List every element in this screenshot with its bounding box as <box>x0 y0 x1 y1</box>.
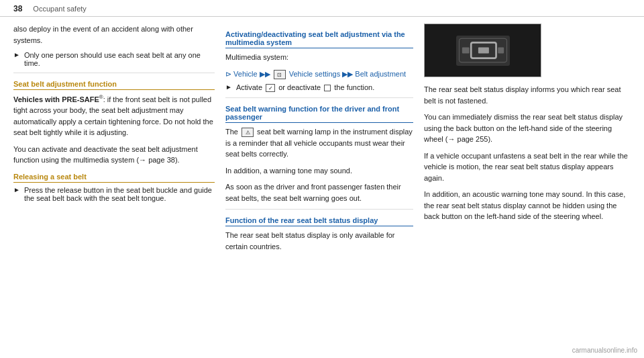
path-settings-icon: ⊡ <box>274 70 286 79</box>
activate-bullet: ► Activate ✓ or deactivate the function. <box>225 83 413 92</box>
bullet-arrow-2: ► <box>13 186 20 193</box>
page-header: 38 Occupant safety <box>0 0 644 17</box>
svg-rect-4 <box>498 48 504 54</box>
activate-deactivate-text: You can activate and deactivate the seat… <box>13 144 215 166</box>
warning-pre: The <box>225 128 238 136</box>
watermark: carmanualsonline.info <box>572 347 637 354</box>
multimedia-path: ⊳ Vehicle ▶▶ ⊡ Vehicle settings ▶▶ Belt … <box>225 69 413 81</box>
rear-display-text: The rear seat belt status display is onl… <box>225 230 413 252</box>
path-double-arrow2: ▶▶ <box>342 70 355 78</box>
page-number: 38 <box>13 4 22 13</box>
the-function: the function. <box>334 83 374 91</box>
activating-heading: Activating/deactivating seat belt adjust… <box>225 30 413 48</box>
releasing-heading: Releasing a seat belt <box>13 173 215 183</box>
buckle-svg <box>456 34 510 67</box>
right-column: The rear seat belt status display inform… <box>424 24 631 348</box>
releasing-bullet-item: ► Press the release button in the seat b… <box>13 186 215 202</box>
seat-belt-warning-heading: Seat belt warning function for the drive… <box>225 105 413 123</box>
bullet-arrow-3: ► <box>225 83 232 91</box>
seat-belt-image <box>424 24 541 77</box>
warning-lamp-icon: ⚠ <box>241 128 254 137</box>
divider-2 <box>225 97 413 98</box>
path-double-arrow1: ▶▶ <box>260 70 272 78</box>
bullet-item-1: ► Only one person should use each seat b… <box>13 51 215 67</box>
checkbox-empty-icon <box>324 85 331 91</box>
pre-safe-label: Vehicles with PRE-SAFE <box>13 95 99 103</box>
svg-rect-3 <box>462 48 469 54</box>
right-para1: The rear seat belt status display inform… <box>424 84 631 106</box>
bullet-arrow-1: ► <box>13 51 20 58</box>
path-vehicle: Vehicle <box>233 70 257 78</box>
right-para3: If a vehicle occupant unfastens a seat b… <box>424 150 631 184</box>
pre-safe-text-block: Vehicles with PRE-SAFE®: if the front se… <box>13 93 215 138</box>
rear-display-heading-text: Function of the rear seat belt status di… <box>225 216 378 224</box>
multimedia-label-block: Multimedia system: <box>225 52 413 63</box>
warning-goes-out-text: As soon as the driver and front passenge… <box>225 181 413 204</box>
right-para2: You can immediately dismiss the rear sea… <box>424 111 631 145</box>
rear-display-heading: Function of the rear seat belt status di… <box>225 216 413 226</box>
right-para4: In addition, an acoustic warning tone ma… <box>424 189 631 222</box>
releasing-bullet-text: Press the release button in the seat bel… <box>24 186 215 202</box>
mid-column: Activating/deactivating seat belt adjust… <box>225 24 413 348</box>
divider-3 <box>225 209 413 210</box>
seat-belt-adjustment-heading: Seat belt adjustment function <box>13 80 215 90</box>
seat-belt-warning-heading-text: Seat belt warning function for the drive… <box>225 105 399 121</box>
svg-rect-2 <box>478 48 488 54</box>
content-area: also deploy in the event of an accident … <box>0 17 644 355</box>
path-vehicle-settings: Vehicle settings <box>289 70 340 78</box>
page-header-title: Occupant safety <box>33 5 87 13</box>
activating-heading-text: Activating/deactivating seat belt adjust… <box>225 30 405 46</box>
warning-tone-text: In addition, a warning tone may sound. <box>225 165 413 177</box>
warning-lamp-text: The ⚠ seat belt warning lamp in the inst… <box>225 126 413 160</box>
activate-text: Activate ✓ or deactivate the function. <box>236 83 374 92</box>
or-deactivate: or deactivate <box>278 83 321 91</box>
path-belt: Belt adjustment <box>355 70 406 78</box>
intro-text: also deploy in the event of an accident … <box>13 24 215 46</box>
bullet-text-1: Only one person should use each seat bel… <box>24 51 215 67</box>
multimedia-label: Multimedia system: <box>225 53 288 61</box>
divider-1 <box>13 73 215 73</box>
path-arrow1: ⊳ <box>225 70 231 78</box>
activate-label: Activate <box>236 83 262 91</box>
left-column: also deploy in the event of an accident … <box>13 24 215 348</box>
check-icon: ✓ <box>266 84 275 92</box>
seat-belt-image-inner <box>456 36 510 66</box>
